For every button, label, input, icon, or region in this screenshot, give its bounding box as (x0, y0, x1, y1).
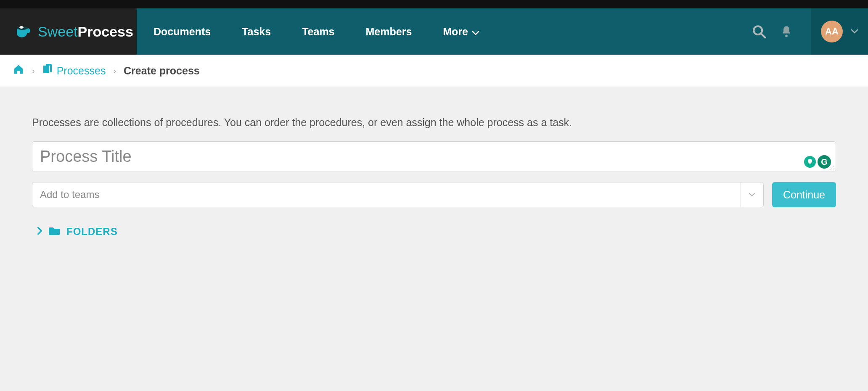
grammarly-widget: G (804, 155, 831, 169)
chevron-down-icon (472, 26, 479, 38)
avatar: AA (821, 21, 843, 42)
chevron-down-icon (749, 193, 755, 197)
header-right: AA (752, 8, 868, 55)
suggestion-icon[interactable] (804, 156, 816, 168)
page-description: Processes are collections of procedures.… (32, 116, 836, 129)
nav-more[interactable]: More (443, 26, 479, 38)
continue-button[interactable]: Continue (772, 182, 836, 207)
teams-placeholder: Add to teams (40, 189, 741, 201)
nav-label: More (443, 26, 468, 38)
nav-documents[interactable]: Documents (153, 26, 211, 38)
nav-label: Members (366, 26, 412, 38)
breadcrumb-separator: › (113, 66, 116, 76)
add-to-teams-select[interactable]: Add to teams (32, 182, 764, 207)
folders-label: FOLDERS (66, 226, 118, 238)
main-content: Processes are collections of procedures.… (0, 87, 868, 267)
nav-label: Teams (302, 26, 334, 38)
dropdown-arrow (741, 182, 763, 207)
chevron-down-icon (851, 28, 858, 35)
main-header: SweetProcess Documents Tasks Teams Membe… (0, 8, 868, 55)
bell-icon (781, 25, 792, 38)
avatar-initials: AA (825, 26, 839, 37)
svg-point-1 (19, 26, 24, 29)
breadcrumb-processes-link[interactable]: Processes (42, 64, 106, 77)
logo-word-sweet: Sweet (38, 24, 78, 40)
logo-area[interactable]: SweetProcess (0, 8, 137, 55)
folders-toggle[interactable]: FOLDERS (32, 226, 836, 238)
home-icon (13, 64, 24, 75)
breadcrumb-separator: › (32, 66, 35, 76)
process-title-input[interactable] (32, 141, 836, 172)
grammarly-letter: G (821, 157, 828, 167)
cup-icon (14, 22, 33, 41)
nav-label: Documents (153, 26, 211, 38)
breadcrumb-link-label: Processes (57, 65, 106, 77)
grammarly-icon[interactable]: G (818, 155, 831, 169)
breadcrumb: › Processes › Create process (0, 55, 868, 87)
nav-members[interactable]: Members (366, 26, 412, 38)
title-input-wrap: G (32, 141, 836, 172)
logo-word-process: Process (78, 24, 133, 40)
svg-rect-5 (43, 66, 49, 73)
notifications-button[interactable] (781, 25, 792, 38)
search-button[interactable] (752, 24, 766, 39)
search-icon (752, 24, 766, 39)
nav-tasks[interactable]: Tasks (242, 26, 271, 38)
bulb-icon (807, 159, 813, 165)
main-nav: Documents Tasks Teams Members More (137, 8, 752, 55)
user-menu[interactable]: AA (811, 8, 868, 55)
chevron-right-icon (37, 226, 43, 238)
logo-text: SweetProcess (38, 24, 133, 40)
nav-teams[interactable]: Teams (302, 26, 334, 38)
folder-icon (49, 226, 61, 238)
window-top-bar (0, 0, 868, 8)
svg-line-3 (761, 33, 765, 37)
nav-label: Tasks (242, 26, 271, 38)
home-link[interactable] (13, 64, 24, 77)
svg-point-4 (785, 35, 788, 37)
breadcrumb-current: Create process (124, 65, 200, 77)
teams-row: Add to teams Continue (32, 182, 836, 207)
documents-icon (42, 64, 53, 77)
